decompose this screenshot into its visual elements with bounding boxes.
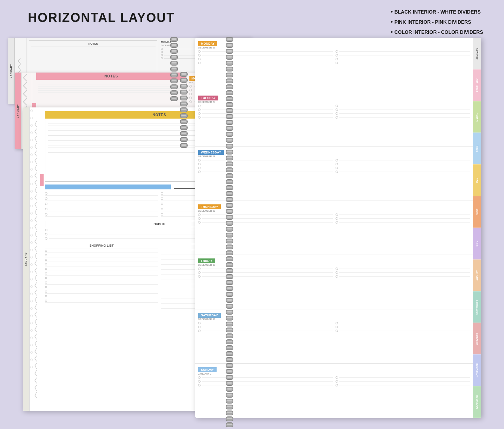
wednesday-label: WEDNESDAY [198, 150, 224, 155]
day-monday: MONDAY DECEMBER 26 [195, 38, 473, 92]
tab-december[interactable]: DECEMBER [473, 386, 481, 418]
thursday-date: DECEMBER 29 [198, 210, 470, 212]
wednesday-date: DECEMBER 28 [198, 155, 470, 158]
friday-label: FRIDAY [198, 258, 215, 263]
front-month-tab: JANUARY [25, 252, 27, 266]
shopping-label: SHOPPING LIST [45, 244, 158, 248]
tab-april[interactable]: APRIL [473, 133, 481, 164]
features-list: BLACK INTERIOR - WHITE DIVIDERS PINK INT… [391, 7, 483, 37]
tab-march[interactable]: MARCH [473, 101, 481, 133]
monday-label: MONDAY [198, 41, 217, 46]
sunday-date: JANUARY 1 [198, 372, 470, 375]
sunday-label: SUNDAY [198, 367, 217, 372]
feature-item-3: COLOR INTERIOR - COLOR DIVIDERS [391, 27, 483, 37]
tuesday-label: TUESDAY [198, 96, 218, 100]
feature-item-2: PINK INTERIOR - PINK DIVIDERS [391, 17, 483, 27]
mid-notes-label: NOTES [36, 73, 186, 80]
back-month-tab: JANUARY [10, 64, 12, 78]
tab-june[interactable]: JUNE [473, 196, 481, 228]
day-thursday: THURSDAY DECEMBER 29 [195, 201, 473, 255]
day-friday: FRIDAY DECEMBER 30 [195, 255, 473, 309]
tab-october[interactable]: OCTOBER [473, 323, 481, 354]
tab-may[interactable]: MAY [473, 164, 481, 196]
day-tuesday: TUESDAY DECEMBER 27 [195, 92, 473, 146]
tab-september[interactable]: SEPTEMBER [473, 291, 481, 323]
saturday-label: SATURDAY [198, 313, 221, 318]
planner-right: MONDAY DECEMBER 26 [195, 38, 481, 418]
tab-july[interactable]: JULY [473, 228, 481, 259]
tuesday-date: DECEMBER 27 [198, 101, 470, 103]
day-sunday: SUNDAY JANUARY 1 [195, 364, 473, 418]
color-strip [45, 185, 171, 189]
monday-date: DECEMBER 26 [198, 46, 470, 49]
day-wednesday: WEDNESDAY DECEMBER 28 [195, 146, 473, 201]
tab-august[interactable]: AUGUST [473, 259, 481, 291]
saturday-date: DECEMBER 31 [198, 318, 470, 321]
tab-february[interactable]: FEBRUARY [473, 69, 481, 101]
tab-january[interactable]: JANUARY [473, 38, 481, 69]
feature-item-1: BLACK INTERIOR - WHITE DIVIDERS [391, 7, 483, 17]
friday-date: DECEMBER 30 [198, 264, 470, 266]
thursday-label: THURSDAY [198, 204, 221, 209]
page-title: HORIZONTAL LAYOUT [28, 10, 175, 25]
tab-november[interactable]: NOVEMBER [473, 354, 481, 386]
mid-month-tab: JANUARY [17, 104, 19, 118]
day-saturday: SATURDAY DECEMBER 31 [195, 309, 473, 364]
back-notes-label: NOTES [31, 42, 156, 46]
